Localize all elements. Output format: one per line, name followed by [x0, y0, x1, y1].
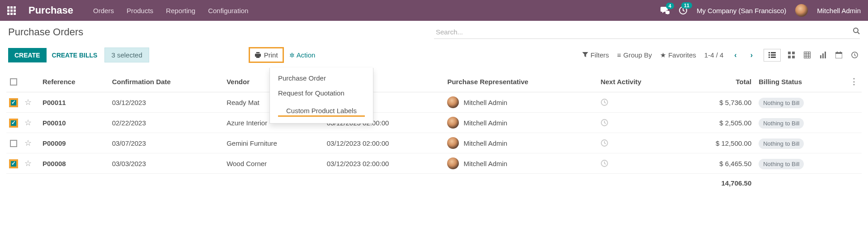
user-name[interactable]: Mitchell Admin [817, 7, 861, 14]
cell-rep: Mitchell Admin [447, 137, 593, 149]
svg-rect-6 [771, 54, 776, 56]
svg-rect-4 [771, 52, 776, 53]
activity-button[interactable]: 11 [679, 6, 688, 15]
cell-reference: P00009 [39, 133, 108, 153]
avatar [447, 96, 459, 108]
rep-name: Mitchell Admin [463, 139, 507, 147]
column-options-icon[interactable]: ⋮ [850, 77, 858, 86]
cell-reference: P00010 [39, 113, 108, 133]
search-wrap [434, 25, 860, 39]
row-checkbox[interactable] [10, 140, 17, 147]
view-calendar-icon[interactable] [834, 50, 844, 60]
navbar: Purchase Orders Products Reporting Confi… [0, 0, 868, 21]
svg-rect-5 [769, 54, 770, 56]
activity-clock-icon[interactable] [600, 139, 677, 147]
billing-status-badge: Nothing to Bill [759, 118, 804, 129]
selected-count[interactable]: 3 selected [104, 48, 149, 62]
col-next[interactable]: Next Activity [597, 71, 680, 92]
svg-rect-12 [792, 56, 795, 58]
cell-reference: P00008 [39, 153, 108, 174]
row-checkbox[interactable] [10, 160, 17, 167]
svg-rect-9 [788, 52, 791, 54]
star-icon[interactable]: ☆ [24, 118, 32, 127]
star-icon[interactable]: ☆ [24, 98, 32, 107]
cell-vendor: Wood Corner [223, 153, 323, 174]
apps-icon[interactable] [7, 6, 16, 15]
search-input[interactable] [434, 25, 860, 38]
svg-rect-15 [822, 53, 824, 58]
svg-point-2 [854, 28, 858, 33]
print-purchase-order[interactable]: Purchase Order [270, 71, 373, 86]
cell-total: $ 6,465.50 [680, 153, 755, 174]
col-billing[interactable]: Billing Status [755, 71, 846, 92]
brand[interactable]: Purchase [28, 5, 73, 16]
chat-button[interactable]: 4 [660, 6, 670, 14]
nav-products[interactable]: Products [125, 7, 155, 14]
favorites-button[interactable]: ★ Favorites [660, 51, 696, 59]
svg-rect-18 [835, 52, 842, 54]
user-avatar[interactable] [795, 4, 808, 17]
view-list-icon[interactable] [764, 49, 781, 62]
view-pivot-icon[interactable] [802, 50, 812, 60]
pager-next[interactable]: › [748, 51, 755, 59]
row-checkbox[interactable] [10, 119, 17, 127]
cell-confirm-date: 03/07/2023 [108, 133, 223, 153]
rep-name: Mitchell Admin [463, 99, 507, 106]
gear-icon: ✲ [289, 52, 295, 59]
cell-order-deadline: 03/12/2023 02:00:00 [323, 133, 444, 153]
star-icon: ★ [660, 51, 666, 59]
view-activity-icon[interactable] [849, 50, 860, 60]
view-graph-icon[interactable] [818, 50, 828, 60]
table-row[interactable]: ☆ P00009 03/07/2023 Gemini Furniture 03/… [6, 133, 862, 153]
table-row[interactable]: ☆ P00008 03/03/2023 Wood Corner 03/12/20… [6, 153, 862, 174]
print-button[interactable]: Print [249, 47, 284, 63]
table-row[interactable]: ☆ P00011 03/12/2023 Ready Mat Mitchell A… [6, 92, 862, 113]
pager-prev[interactable]: ‹ [731, 51, 739, 59]
col-confirm-date[interactable]: Confirmation Date [108, 71, 223, 92]
col-rep[interactable]: Purchase Representative [443, 71, 597, 92]
action-button[interactable]: ✲ Action [289, 51, 316, 59]
filters-button[interactable]: Filters [582, 51, 609, 59]
nav-configuration[interactable]: Configuration [206, 7, 250, 14]
view-kanban-icon[interactable] [786, 50, 797, 60]
print-label: Print [264, 51, 278, 59]
activity-badge: 11 [681, 2, 692, 9]
purchase-orders-table: Reference Confirmation Date Vendor Purch… [6, 71, 862, 191]
svg-rect-8 [771, 57, 776, 58]
create-button[interactable]: CREATE [8, 48, 47, 62]
print-custom-labels[interactable]: Custom Product Labels [278, 103, 365, 117]
svg-rect-19 [837, 52, 838, 53]
billing-status-badge: Nothing to Bill [759, 138, 804, 149]
activity-clock-icon[interactable] [600, 98, 677, 106]
print-icon [255, 52, 261, 58]
cell-order-deadline: 03/12/2023 02:00:00 [323, 153, 444, 174]
activity-clock-icon[interactable] [600, 119, 677, 127]
activity-clock-icon[interactable] [600, 159, 677, 167]
search-icon[interactable] [853, 27, 860, 34]
pager-text: 1-4 / 4 [704, 51, 724, 59]
nav-reporting[interactable]: Reporting [164, 7, 197, 14]
action-label: Action [297, 51, 316, 59]
star-icon[interactable]: ☆ [24, 138, 32, 148]
svg-rect-10 [792, 52, 795, 54]
col-total[interactable]: Total [680, 71, 755, 92]
billing-status-badge: Nothing to Bill [759, 98, 804, 108]
nav-orders[interactable]: Orders [91, 7, 116, 14]
svg-rect-20 [840, 52, 841, 53]
row-checkbox[interactable] [10, 99, 17, 106]
navbar-left: Purchase Orders Products Reporting Confi… [7, 5, 250, 16]
cell-rep: Mitchell Admin [447, 157, 593, 169]
create-bills-button[interactable]: CREATE BILLS [47, 48, 103, 62]
view-switcher [764, 49, 860, 62]
col-reference[interactable]: Reference [39, 71, 108, 92]
svg-rect-13 [804, 52, 811, 58]
avatar [447, 117, 459, 129]
groupby-button[interactable]: ≡ Group By [617, 51, 652, 59]
navbar-right: 4 11 My Company (San Francisco) Mitchell… [660, 4, 861, 17]
star-icon[interactable]: ☆ [24, 159, 32, 168]
print-rfq[interactable]: Request for Quotation [270, 86, 373, 100]
table-row[interactable]: ☆ P00010 02/22/2023 Azure Interior 03/12… [6, 113, 862, 133]
select-all-checkbox[interactable] [10, 78, 17, 86]
cell-total: $ 2,505.00 [680, 113, 755, 133]
company-switcher[interactable]: My Company (San Francisco) [697, 7, 786, 14]
